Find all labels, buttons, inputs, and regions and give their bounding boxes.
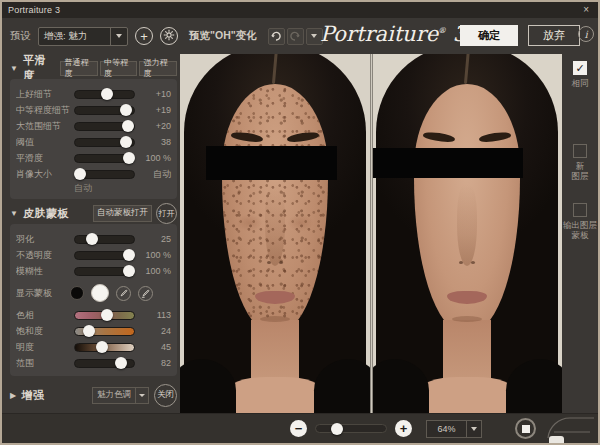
redo-icon xyxy=(289,27,301,45)
add-preset-button[interactable]: + xyxy=(135,27,153,45)
title-bar[interactable]: Portraiture 3 × xyxy=(2,2,598,18)
slider-thumb[interactable] xyxy=(83,325,95,337)
zoom-slider-thumb[interactable] xyxy=(331,423,343,435)
slider-row-latitude: 范围 82 xyxy=(16,355,171,371)
slider-track[interactable] xyxy=(74,251,135,260)
slider-thumb[interactable] xyxy=(96,341,108,353)
slider-value: 自动 xyxy=(139,168,171,181)
slider-row-fuzziness: 模糊性 100 % xyxy=(16,263,171,279)
zoom-level-dropdown[interactable]: 64% xyxy=(426,420,482,438)
slider-value: 38 xyxy=(139,137,171,147)
slider-track[interactable] xyxy=(74,235,135,244)
nose xyxy=(457,184,477,266)
undo-button[interactable] xyxy=(268,28,285,45)
preset-dropdown[interactable]: 增强: 魅力 xyxy=(38,27,128,46)
luminance-slider-track[interactable] xyxy=(74,343,135,352)
stop-button[interactable] xyxy=(515,418,536,439)
latitude-slider-track[interactable] xyxy=(74,359,135,368)
skin-mask-section-header[interactable]: ▼ 皮肤蒙板 自动蒙板打开 打开 xyxy=(10,204,177,222)
slider-label: 平滑度 xyxy=(16,152,70,165)
portrait-before[interactable] xyxy=(180,54,370,413)
plus-icon: + xyxy=(140,30,148,43)
preset-high-button[interactable]: 强力程度 xyxy=(139,61,177,76)
mask-open-button[interactable]: 打开 xyxy=(156,203,177,224)
identical-checkbox[interactable]: ✓ xyxy=(573,61,587,75)
mask-color-white-swatch[interactable] xyxy=(91,284,109,302)
nose xyxy=(265,184,285,266)
app-logo: Portraiture® 3 xyxy=(320,22,440,46)
show-mask-label: 显示蒙板 xyxy=(16,287,70,300)
slider-value: 100 % xyxy=(139,250,171,260)
chevron-down-icon xyxy=(110,28,122,45)
slider-track[interactable] xyxy=(74,90,135,99)
main-area: ▼ 平滑度 普通程度 中等程度 强力程度 上好细节 +10 中等程度细节 +19 xyxy=(2,54,598,413)
preset-normal-button[interactable]: 普通程度 xyxy=(60,61,98,76)
slider-thumb[interactable] xyxy=(122,120,134,132)
slider-thumb[interactable] xyxy=(123,265,135,277)
slider-thumb[interactable] xyxy=(120,104,132,116)
slider-thumb[interactable] xyxy=(101,88,113,100)
slider-value: +20 xyxy=(139,121,171,131)
new-layer-checkbox[interactable] xyxy=(573,144,587,158)
enhance-preset-dropdown[interactable]: 魅力色调 xyxy=(92,387,149,404)
ok-button[interactable]: 确定 xyxy=(460,25,518,46)
slider-thumb[interactable] xyxy=(123,152,135,164)
collapse-triangle-icon[interactable]: ▼ xyxy=(10,64,18,73)
hue-slider-track[interactable] xyxy=(74,311,135,320)
redo-button[interactable] xyxy=(287,28,304,45)
slider-row-smoothness: 平滑度 100 % xyxy=(16,150,171,166)
zoom-out-button[interactable]: − xyxy=(290,420,307,437)
slider-label: 明度 xyxy=(16,341,70,354)
preview-oh-toggle[interactable]: 预览"OH"变化 xyxy=(189,29,257,43)
portrait-after[interactable] xyxy=(373,54,563,413)
enhance-close-button[interactable]: 关闭 xyxy=(154,384,177,407)
option-identical: ✓ 相同 xyxy=(572,61,589,88)
preset-medium-button[interactable]: 中等程度 xyxy=(100,61,138,76)
info-button[interactable]: i xyxy=(578,26,594,42)
slider-track[interactable] xyxy=(74,154,135,163)
skin-mask-title: 皮肤蒙板 xyxy=(23,206,69,221)
slider-thumb[interactable] xyxy=(120,136,132,148)
slider-label: 上好细节 xyxy=(16,88,70,101)
smoothing-section-header[interactable]: ▼ 平滑度 普通程度 中等程度 强力程度 xyxy=(10,59,177,77)
zoom-in-button[interactable]: + xyxy=(395,420,412,437)
chevron-down-icon xyxy=(466,421,481,437)
hair-part xyxy=(464,54,470,84)
slider-thumb[interactable] xyxy=(123,249,135,261)
slider-value: 100 % xyxy=(139,153,171,163)
portrait-size-auto-label: 自动 xyxy=(74,182,171,193)
enhance-preset-value: 魅力色调 xyxy=(93,389,135,401)
portraiture-window: Portraiture 3 × 预设 增强: 魅力 + 预览"OH"变化 xyxy=(0,0,600,445)
gear-icon xyxy=(163,29,175,43)
slider-thumb[interactable] xyxy=(115,357,127,369)
slider-thumb[interactable] xyxy=(101,309,113,321)
slider-label: 大范围细节 xyxy=(16,120,70,133)
slider-row-luminance: 明度 45 xyxy=(16,339,171,355)
mask-color-black-swatch[interactable] xyxy=(70,286,84,300)
zoom-slider-track[interactable] xyxy=(315,424,387,433)
smoothing-group: 上好细节 +10 中等程度细节 +19 大范围细节 +20 阈值 xyxy=(10,79,177,199)
slider-track[interactable] xyxy=(74,106,135,115)
close-icon[interactable]: × xyxy=(580,5,592,15)
slider-track[interactable] xyxy=(74,122,135,131)
collapse-triangle-icon[interactable]: ▼ xyxy=(10,209,18,218)
collapse-triangle-icon[interactable]: ▶ xyxy=(10,391,16,400)
auto-mask-button[interactable]: 自动蒙板打开 xyxy=(93,205,152,222)
output-layer-mask-label: 输出图层 蒙板 xyxy=(563,220,597,240)
slider-value: 24 xyxy=(139,326,171,336)
slider-label: 范围 xyxy=(16,357,70,370)
slider-track[interactable] xyxy=(74,170,135,179)
slider-track[interactable] xyxy=(74,267,135,276)
slider-thumb[interactable] xyxy=(86,233,98,245)
settings-button[interactable] xyxy=(160,27,178,45)
saturation-slider-track[interactable] xyxy=(74,327,135,336)
resize-grip[interactable] xyxy=(549,436,564,443)
slider-thumb[interactable] xyxy=(74,168,86,180)
slider-track[interactable] xyxy=(74,138,135,147)
eyedropper-minus-icon[interactable] xyxy=(138,286,153,301)
slider-row-opacity: 不透明度 100 % xyxy=(16,247,171,263)
output-layer-mask-checkbox[interactable] xyxy=(573,203,587,217)
slider-label: 阈值 xyxy=(16,136,70,149)
cancel-button[interactable]: 放弃 xyxy=(528,25,580,46)
eyedropper-icon[interactable] xyxy=(116,286,131,301)
